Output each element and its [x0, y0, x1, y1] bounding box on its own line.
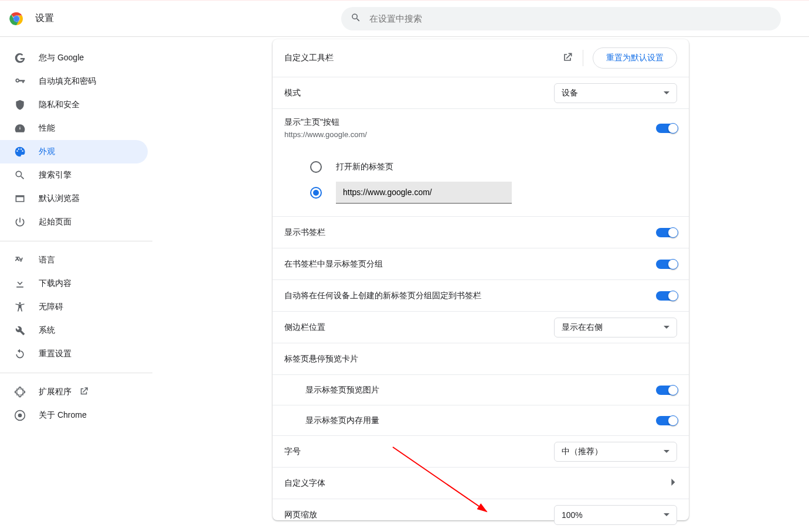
sidebar-item-privacy[interactable]: 隐私和安全	[0, 93, 148, 117]
sidebar-item-extensions[interactable]: 扩展程序	[0, 380, 148, 404]
sidebar-item-performance[interactable]: 性能	[0, 117, 148, 140]
row-home-button: 显示"主页"按钮 https://www.google.com/	[273, 108, 689, 147]
chrome-logo-icon	[9, 12, 23, 26]
row-page-zoom: 网页缩放 100%	[273, 499, 689, 530]
header: 设置	[0, 1, 809, 37]
pin-tab-groups-toggle[interactable]	[656, 291, 677, 301]
palette-icon	[14, 146, 26, 158]
settings-panel: 自定义工具栏 重置为默认设置 模式 设备 显示"主页"按钮 https://ww…	[273, 39, 689, 520]
chevron-down-icon	[664, 88, 669, 98]
content-area: 自定义工具栏 重置为默认设置 模式 设备 显示"主页"按钮 https://ww…	[152, 37, 809, 532]
open-in-new-icon	[79, 386, 89, 398]
row-hover-card-title: 标签页悬停预览卡片	[273, 343, 689, 374]
memory-usage-toggle[interactable]	[656, 416, 677, 425]
sidebar-item-downloads[interactable]: 下载内容	[0, 272, 148, 295]
sidebar-item-search-engine[interactable]: 搜索引擎	[0, 163, 148, 187]
sidebar-item-on-startup[interactable]: 起始页面	[0, 210, 148, 234]
sidebar-item-about[interactable]: 关于 Chrome	[0, 404, 148, 427]
row-custom-fonts[interactable]: 自定义字体	[273, 467, 689, 499]
search-icon	[14, 169, 26, 181]
home-button-toggle[interactable]	[656, 124, 677, 133]
search-input[interactable]	[369, 13, 771, 23]
sidebar-item-languages[interactable]: 语言	[0, 248, 148, 272]
key-icon	[14, 76, 26, 87]
row-customize-toolbar[interactable]: 自定义工具栏 重置为默认设置	[273, 39, 689, 77]
row-font-size: 字号 中（推荐）	[273, 435, 689, 467]
row-show-tab-groups: 在书签栏中显示标签页分组	[273, 248, 689, 279]
speedometer-icon	[14, 122, 26, 134]
sidebar-item-system[interactable]: 系统	[0, 319, 148, 342]
home-button-radio-group: 打开新的标签页	[273, 147, 689, 216]
reset-to-default-button[interactable]: 重置为默认设置	[593, 47, 677, 69]
row-show-preview-image: 显示标签页预览图片	[273, 374, 689, 405]
row-mode: 模式 设备	[273, 77, 689, 108]
home-url-input[interactable]	[336, 182, 512, 204]
divider	[0, 241, 152, 241]
sidebar-item-reset[interactable]: 重置设置	[0, 342, 148, 366]
sidebar: 您与 Google 自动填充和密码 隐私和安全 性能 外观 搜索引擎 默认浏览器	[0, 37, 152, 532]
chevron-down-icon	[664, 447, 669, 456]
divider	[583, 50, 583, 66]
shield-icon	[14, 99, 26, 111]
google-g-icon	[14, 52, 26, 64]
radio-custom-url[interactable]	[310, 187, 322, 199]
download-icon	[14, 278, 26, 289]
search-box[interactable]	[341, 7, 781, 30]
search-icon	[351, 12, 369, 25]
sidebar-item-you-and-google[interactable]: 您与 Google	[0, 46, 148, 70]
page-title: 设置	[35, 12, 54, 25]
reset-icon	[14, 348, 26, 360]
translate-icon	[14, 254, 26, 266]
page-zoom-select[interactable]: 100%	[554, 505, 677, 525]
sidebar-item-autofill[interactable]: 自动填充和密码	[0, 70, 148, 93]
chrome-icon	[14, 410, 26, 421]
sidebar-item-default-browser[interactable]: 默认浏览器	[0, 187, 148, 210]
sidebar-item-accessibility[interactable]: 无障碍	[0, 295, 148, 319]
chevron-right-icon	[670, 479, 677, 487]
preview-image-toggle[interactable]	[656, 386, 677, 395]
radio-newtab[interactable]	[310, 161, 322, 173]
tab-groups-toggle[interactable]	[656, 260, 677, 269]
row-show-memory-usage: 显示标签页内存用量	[273, 405, 689, 435]
extension-icon	[14, 386, 26, 398]
chevron-down-icon	[664, 510, 669, 520]
wrench-icon	[14, 325, 26, 336]
mode-select[interactable]: 设备	[554, 83, 677, 103]
row-show-bookmarks-bar: 显示书签栏	[273, 216, 689, 248]
bookmarks-bar-toggle[interactable]	[656, 228, 677, 237]
accessibility-icon	[14, 301, 26, 313]
divider	[0, 373, 152, 373]
svg-point-5	[18, 414, 22, 418]
browser-icon	[14, 193, 26, 204]
open-in-new-icon	[562, 52, 573, 65]
row-pin-tab-groups: 自动将在任何设备上创建的新标签页分组固定到书签栏	[273, 279, 689, 311]
row-side-panel: 侧边栏位置 显示在右侧	[273, 311, 689, 343]
side-panel-select[interactable]: 显示在右侧	[554, 318, 677, 337]
sidebar-item-appearance[interactable]: 外观	[0, 140, 148, 163]
chevron-down-icon	[664, 323, 669, 332]
svg-point-3	[14, 16, 19, 21]
font-size-select[interactable]: 中（推荐）	[554, 442, 677, 462]
power-icon	[14, 216, 26, 228]
